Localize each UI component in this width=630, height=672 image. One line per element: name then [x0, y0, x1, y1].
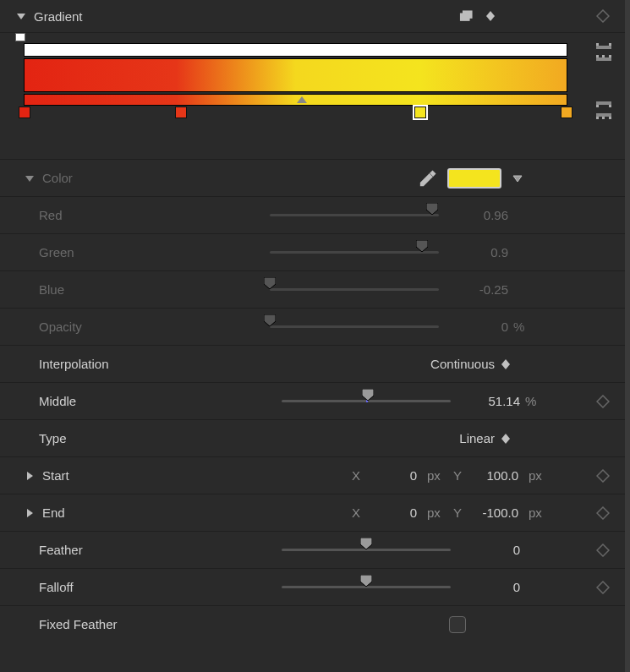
gradient-color-stop[interactable] — [414, 107, 426, 123]
start-x-label: X — [348, 468, 364, 483]
gradient-preset-menu[interactable] — [457, 7, 476, 25]
gradient-title: Gradient — [34, 9, 83, 24]
svg-rect-7 — [602, 55, 605, 57]
color-gradient-bar[interactable] — [24, 58, 567, 92]
opacity-gradient-bar[interactable] — [24, 43, 567, 57]
svg-rect-4 — [609, 43, 611, 46]
green-slider[interactable] — [270, 245, 439, 260]
interpolation-label: Interpolation — [39, 357, 109, 371]
end-y-unit: px — [523, 505, 545, 520]
end-disclosure[interactable] — [24, 507, 36, 519]
green-label: Green — [39, 245, 74, 260]
start-keyframe[interactable] — [596, 469, 610, 483]
falloff-keyframe[interactable] — [596, 581, 610, 594]
feather-label: Feather — [39, 543, 83, 557]
end-x-unit: px — [422, 505, 444, 520]
opacity-value[interactable]: 0 — [449, 320, 508, 334]
gradient-color-stop[interactable] — [19, 107, 30, 123]
middle-value[interactable]: 51.14 — [461, 394, 520, 408]
color-spread-tri-icon[interactable] — [596, 111, 611, 119]
blue-slider[interactable] — [270, 282, 439, 298]
red-label: Red — [39, 208, 63, 222]
start-label: Start — [42, 468, 69, 483]
gradient-disclosure[interactable] — [15, 10, 27, 22]
middle-label: Middle — [39, 394, 76, 408]
feather-value[interactable]: 0 — [461, 543, 520, 557]
color-spread-even-icon[interactable] — [596, 99, 611, 107]
start-x-unit: px — [422, 468, 444, 483]
gradient-midpoint-handle[interactable] — [297, 91, 307, 98]
gradient-color-stop[interactable] — [175, 107, 187, 123]
gradient-color-stop[interactable] — [561, 107, 572, 123]
interpolation-stepper[interactable] — [501, 359, 510, 369]
middle-slider[interactable] — [282, 394, 451, 409]
svg-rect-13 — [596, 117, 599, 119]
opacity-label: Opacity — [39, 320, 82, 334]
color-label: Color — [42, 171, 73, 185]
end-keyframe[interactable] — [596, 506, 610, 520]
svg-rect-5 — [596, 57, 611, 61]
end-y-label: Y — [449, 505, 466, 520]
svg-rect-3 — [596, 43, 599, 46]
svg-rect-2 — [596, 46, 611, 49]
svg-rect-14 — [602, 117, 605, 119]
svg-rect-12 — [596, 113, 611, 117]
falloff-label: Falloff — [39, 580, 74, 594]
svg-rect-11 — [609, 105, 611, 107]
type-label: Type — [39, 431, 67, 445]
svg-rect-15 — [609, 117, 611, 119]
color-well-dropdown[interactable] — [510, 171, 525, 186]
end-y-value[interactable]: -100.0 — [471, 505, 518, 520]
green-value[interactable]: 0.9 — [449, 245, 508, 260]
fixed-feather-checkbox[interactable] — [449, 616, 466, 633]
interpolation-value[interactable]: Continuous — [430, 357, 495, 371]
falloff-value[interactable]: 0 — [461, 580, 520, 594]
blue-label: Blue — [39, 282, 64, 297]
svg-rect-6 — [596, 55, 599, 57]
start-y-value[interactable]: 100.0 — [471, 468, 518, 483]
opacity-spread-tri-icon[interactable] — [596, 55, 611, 63]
red-slider[interactable] — [270, 208, 439, 223]
color-disclosure[interactable] — [24, 172, 36, 184]
middle-unit: % — [520, 394, 545, 408]
red-value[interactable]: 0.96 — [449, 208, 508, 222]
opacity-stop-handle[interactable] — [15, 33, 25, 41]
falloff-slider[interactable] — [282, 580, 451, 595]
feather-keyframe[interactable] — [596, 544, 610, 557]
gradient-keyframe[interactable] — [596, 9, 610, 23]
svg-rect-8 — [609, 55, 611, 57]
start-disclosure[interactable] — [24, 470, 36, 482]
start-x-value[interactable]: 0 — [370, 468, 417, 483]
end-x-value[interactable]: 0 — [370, 505, 417, 520]
end-x-label: X — [348, 505, 364, 520]
blue-value[interactable]: -0.25 — [449, 282, 508, 297]
type-value[interactable]: Linear — [459, 431, 495, 445]
color-well[interactable] — [447, 168, 501, 188]
start-y-label: Y — [449, 468, 466, 483]
type-stepper[interactable] — [501, 434, 510, 444]
svg-rect-9 — [596, 101, 611, 105]
middle-keyframe[interactable] — [596, 395, 610, 408]
eyedropper-button[interactable] — [417, 167, 439, 189]
end-label: End — [42, 505, 65, 520]
color-swatch-bar[interactable] — [24, 94, 567, 106]
opacity-slider[interactable] — [270, 320, 439, 335]
svg-rect-10 — [596, 105, 599, 107]
fixed-feather-label: Fixed Feather — [39, 617, 118, 631]
svg-rect-1 — [463, 11, 473, 18]
feather-slider[interactable] — [282, 543, 451, 558]
opacity-spread-even-icon[interactable] — [596, 43, 611, 52]
gradient-preset-stepper[interactable] — [486, 11, 495, 21]
gradient-editor — [0, 32, 625, 159]
start-y-unit: px — [523, 468, 545, 483]
opacity-unit: % — [508, 320, 534, 334]
